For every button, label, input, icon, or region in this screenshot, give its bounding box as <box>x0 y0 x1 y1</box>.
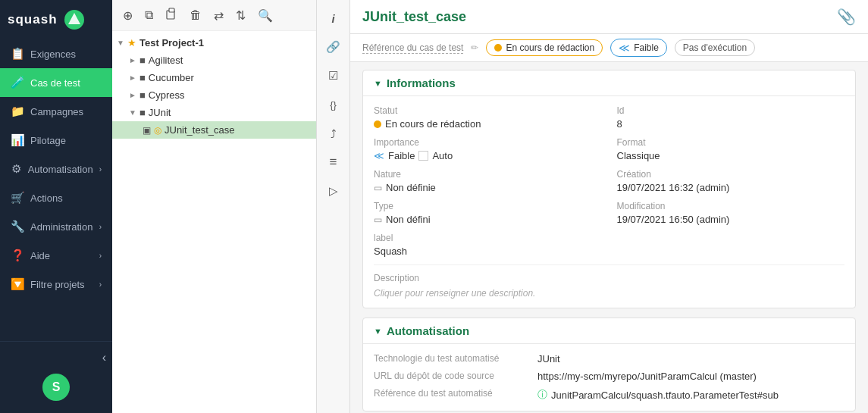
statut-value: En cours de rédaction <box>374 118 602 130</box>
junit-sub-icon: ◎ <box>154 125 161 136</box>
check-button[interactable]: ☑ <box>321 64 346 88</box>
move-h-button[interactable]: ⇄ <box>211 7 227 24</box>
auto-checkbox[interactable] <box>418 151 428 161</box>
importance-badge-faible[interactable]: ≪ Faible <box>610 39 667 57</box>
list-button[interactable]: ≡ <box>321 150 346 174</box>
sidebar-collapse[interactable]: ‹ <box>0 348 112 368</box>
sidebar-item-label: Exigences <box>30 48 76 60</box>
sidebar-item-pilotage[interactable]: 📊 Pilotage <box>0 126 112 155</box>
avatar-area[interactable]: S <box>0 368 112 407</box>
sidebar-item-label: Filtre projets <box>30 279 85 290</box>
tree-folder-label: Agilitest <box>149 55 183 66</box>
importance-badge-label: Faible <box>634 42 659 53</box>
tree-toggle-agilitest: ► <box>129 56 136 64</box>
paste-button[interactable] <box>162 6 180 24</box>
sidebar-item-actions[interactable]: 🛒 Actions <box>0 183 112 212</box>
url-value: https://my-scm/myrepo/JunitParamCalcul (… <box>537 371 757 382</box>
info-circle-icon: ⓘ <box>537 388 547 402</box>
sidebar-item-label: Automatisation <box>28 164 93 175</box>
type-value: ▭ Non défini <box>374 214 602 225</box>
pilotage-icon: 📊 <box>11 133 24 147</box>
sidebar-item-label: Pilotage <box>30 135 66 146</box>
info-row-statut: Statut En cours de rédaction <box>374 105 602 130</box>
techno-label: Technologie du test automatisé <box>374 353 525 365</box>
ref-edit-icon[interactable]: ✏ <box>471 42 478 53</box>
techno-value: JUnit <box>537 353 560 365</box>
label-label: label <box>374 233 602 243</box>
tree-item-junit-test-case[interactable]: ▣ ◎ JUnit_test_case <box>112 121 316 139</box>
sidebar-bottom: ‹ S <box>0 341 112 413</box>
ref-auto-label: Référence du test automatisé <box>374 388 525 402</box>
auto-row-url: URL du dépôt de code source https://my-s… <box>374 371 844 382</box>
status-badge-en-cours[interactable]: En cours de rédaction <box>486 39 603 56</box>
automatisation-section-header[interactable]: ▼ Automatisation <box>363 318 855 344</box>
delete-button[interactable]: 🗑 <box>186 7 205 23</box>
share-icon: ⤴ <box>331 127 337 140</box>
search-button[interactable]: 🔍 <box>255 7 276 24</box>
avatar[interactable]: S <box>42 374 70 401</box>
tree-folder-cucumber[interactable]: ► ■ Cucumber <box>112 69 316 86</box>
importance-label: Importance <box>374 137 602 148</box>
sidebar-item-exigences[interactable]: 📋 Exigences <box>0 39 112 68</box>
add-button[interactable]: ⊕ <box>120 7 136 24</box>
format-value: Classique <box>617 150 845 161</box>
informations-section-title: Informations <box>387 77 456 89</box>
sidebar-item-label: Cas de test <box>30 77 80 89</box>
tree-folder-label: Cypress <box>149 89 185 101</box>
info-button[interactable]: i <box>321 6 346 30</box>
importance-icon: ≪ <box>619 42 630 54</box>
tree-folder-cypress[interactable]: ► ■ Cypress <box>112 86 316 104</box>
folder-icon-cypress: ■ <box>139 89 146 101</box>
automatisation-section-body: Technologie du test automatisé JUnit URL… <box>363 344 855 411</box>
sidebar-item-label: Actions <box>30 192 63 204</box>
share-button[interactable]: ⤴ <box>321 121 346 145</box>
tree-toolbar: ⊕ ⧉ 🗑 ⇄ ⇅ 🔍 <box>112 0 316 31</box>
link-button[interactable]: 🔗 <box>321 35 346 59</box>
code-icon: {} <box>330 99 337 111</box>
tree-root[interactable]: ▼ ★ Test Project-1 <box>112 34 316 52</box>
statut-label: Statut <box>374 105 602 116</box>
sidebar-nav: 📋 Exigences 🧪 Cas de test 📁 Campagnes 📊 … <box>0 39 112 341</box>
sidebar-item-campagnes[interactable]: 📁 Campagnes <box>0 97 112 126</box>
info-row-id: Id 8 <box>617 105 845 130</box>
tree-folder-agilitest[interactable]: ► ■ Agilitest <box>112 52 316 69</box>
tree-item-label: JUnit_test_case <box>165 124 235 136</box>
main-body: ▼ Informations Statut En cours de rédact… <box>350 62 868 413</box>
play-button[interactable]: ▷ <box>321 179 346 203</box>
link-icon: 🔗 <box>326 40 340 54</box>
code-button[interactable]: {} <box>321 92 346 117</box>
informations-section: ▼ Informations Statut En cours de rédact… <box>362 70 856 308</box>
creation-label: Création <box>617 169 845 180</box>
sidebar: squash 📋 Exigences 🧪 Cas de test 📁 Campa… <box>0 0 112 413</box>
informations-section-header[interactable]: ▼ Informations <box>363 70 855 96</box>
sidebar-item-filtre-projets[interactable]: 🔽 Filtre projets › <box>0 270 112 299</box>
description-section: Description Cliquer pour renseigner une … <box>374 264 844 299</box>
sidebar-item-administration[interactable]: 🔧 Administration › <box>0 212 112 241</box>
nature-icon: ▭ <box>374 183 382 193</box>
sidebar-item-aide[interactable]: ❓ Aide › <box>0 241 112 270</box>
exec-badge-label: Pas d'exécution <box>683 42 747 53</box>
chevron-right-icon: › <box>99 165 102 174</box>
sidebar-item-cas-de-test[interactable]: 🧪 Cas de test <box>0 68 112 97</box>
check-icon: ☑ <box>328 69 338 83</box>
star-icon: ★ <box>127 37 136 48</box>
automatisation-section-title: Automatisation <box>387 324 469 337</box>
importance-arrow-icon: ≪ <box>374 150 384 161</box>
tree-folder-junit[interactable]: ▼ ■ JUnit <box>112 104 316 121</box>
move-v-button[interactable]: ⇅ <box>233 7 249 24</box>
sidebar-item-automatisation[interactable]: ⚙ Automatisation › <box>0 155 112 183</box>
info-icon: i <box>331 12 334 25</box>
logo-text: squash <box>8 12 58 27</box>
description-label: Description <box>374 273 844 283</box>
creation-value: 19/07/2021 16:32 (admin) <box>617 182 845 193</box>
chevron-right-icon-admin: › <box>99 223 102 231</box>
tree-toggle-junit: ▼ <box>129 108 136 117</box>
folder-icon-agilitest: ■ <box>139 55 146 66</box>
exigences-icon: 📋 <box>11 47 24 61</box>
type-label: Type <box>374 201 602 211</box>
copy-button[interactable]: ⧉ <box>142 7 156 23</box>
page-title: JUnit_test_case <box>362 9 466 25</box>
collapse-icon[interactable]: ‹ <box>102 351 106 365</box>
administration-icon: 🔧 <box>11 220 24 233</box>
description-placeholder[interactable]: Cliquer pour renseigner une description. <box>374 288 844 299</box>
